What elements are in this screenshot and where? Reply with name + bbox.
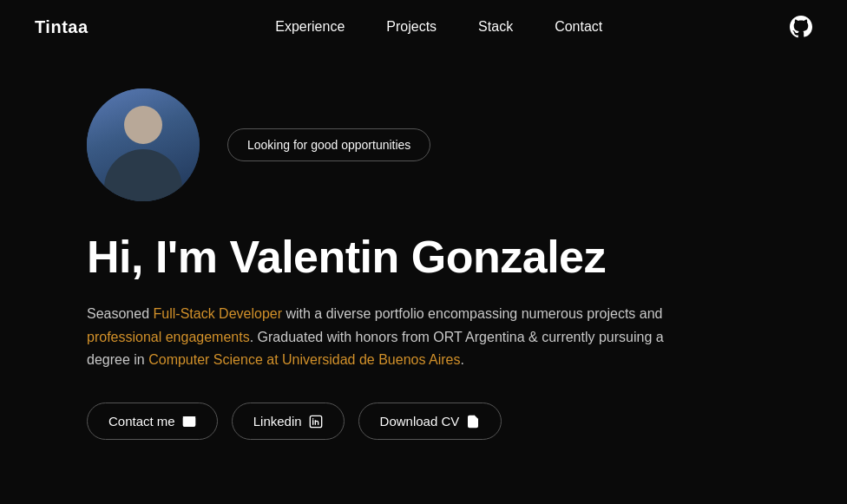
avatar [87, 88, 200, 201]
nav-item-experience[interactable]: Experience [275, 19, 345, 35]
nav-item-stack[interactable]: Stack [478, 19, 513, 35]
bio-part2: with a diverse portfolio encompassing nu… [282, 306, 662, 321]
linkedin-button[interactable]: Linkedin [232, 403, 345, 440]
nav-github-link[interactable] [790, 16, 812, 38]
avatar-body [104, 149, 182, 201]
linkedin-icon [309, 415, 323, 429]
status-badge: Looking for good opportunities [227, 128, 430, 161]
linkedin-label: Linkedin [253, 414, 302, 429]
nav-link-contact[interactable]: Contact [555, 19, 602, 34]
bio-link-fullstack[interactable]: Full-Stack Developer [154, 306, 283, 321]
download-cv-label: Download CV [380, 414, 460, 429]
bio-link-engagements[interactable]: professional engagements [87, 330, 250, 344]
navbar: Tintaa Experience Projects Stack Contact [0, 0, 847, 54]
nav-links: Experience Projects Stack Contact [275, 19, 602, 35]
nav-link-projects[interactable]: Projects [386, 19, 437, 34]
bio-part4: . [460, 352, 463, 367]
envelope-icon [182, 415, 196, 429]
nav-logo[interactable]: Tintaa [35, 17, 89, 37]
bio-text: Seasoned Full-Stack Developer with a div… [87, 303, 677, 371]
github-icon [790, 16, 812, 38]
bio-link-uba[interactable]: Computer Science at Universidad de Bueno… [148, 352, 460, 367]
download-cv-button[interactable]: Download CV [358, 403, 502, 440]
contact-me-button[interactable]: Contact me [87, 403, 218, 440]
bio-part1: Seasoned [87, 306, 154, 321]
hero-heading: Hi, I'm Valentin Gonzalez [87, 232, 760, 282]
main-content: Looking for good opportunities Hi, I'm V… [0, 54, 847, 492]
nav-link-experience[interactable]: Experience [275, 19, 345, 34]
profile-section: Looking for good opportunities [87, 88, 760, 201]
contact-me-label: Contact me [108, 414, 175, 429]
file-icon [466, 415, 480, 429]
nav-item-projects[interactable]: Projects [386, 19, 437, 35]
nav-link-stack[interactable]: Stack [478, 19, 513, 34]
status-badge-text: Looking for good opportunities [247, 138, 410, 152]
avatar-image [87, 88, 200, 201]
nav-item-contact[interactable]: Contact [555, 19, 602, 35]
button-row: Contact me Linkedin Download CV [87, 403, 760, 440]
avatar-head [124, 106, 162, 144]
